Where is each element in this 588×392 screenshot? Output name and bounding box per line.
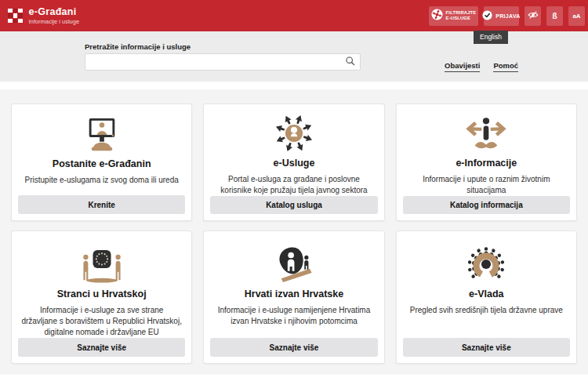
- cards-row-1: Postanite e-Građanin Pristupite e-usluga…: [11, 103, 577, 221]
- card-e-vlada: e-Vlada Pregled svih središnjih tijela d…: [396, 230, 577, 364]
- card-description: Pregled svih središnjih tijela državne u…: [407, 305, 566, 338]
- checkerboard-logo-icon: [8, 9, 23, 24]
- pinwheel-circle-icon: [431, 9, 443, 23]
- card-title: Stranci u Hrvatskoj: [57, 289, 147, 300]
- search-label: Pretražite informacije i usluge: [85, 42, 191, 51]
- eu-flag-people-icon: [79, 240, 125, 284]
- saznajte-vise-button[interactable]: Saznajte više: [403, 338, 570, 357]
- language-tooltip: English: [474, 31, 508, 44]
- page: e-Građani Informacije i usluge: [0, 0, 588, 392]
- inward-arrows-icon: [273, 113, 315, 153]
- search-box: [85, 53, 361, 71]
- katalog-usluga-button[interactable]: Katalog usluga: [210, 196, 377, 214]
- card-e-informacije: e-Informacije Informacije i upute o razn…: [396, 103, 577, 221]
- search-submit-button[interactable]: [339, 54, 360, 70]
- search-input[interactable]: [85, 54, 339, 70]
- diaspora-person-icon: [272, 240, 316, 284]
- card-title: e-Usluge: [274, 158, 315, 169]
- card-description: Pristupite e-uslugama iz svog doma ili u…: [22, 175, 182, 195]
- monitor-person-icon: [81, 113, 123, 154]
- info-figure-icon: [465, 113, 507, 153]
- app-subtitle: Informacije i usluge: [29, 19, 80, 25]
- dyslexia-font-label: ß: [552, 12, 557, 20]
- quick-links: Obavijesti Pomoć: [445, 61, 518, 72]
- card-hrvati-izvan-hrvatske: Hrvati izvan Hrvatske Informacije i e-us…: [203, 230, 384, 364]
- katalog-informacija-button[interactable]: Katalog informacija: [403, 196, 570, 214]
- search-icon: [345, 56, 355, 68]
- notifications-link[interactable]: Obavijesti: [445, 61, 480, 72]
- contrast-toggle-button[interactable]: [524, 6, 541, 26]
- card-stranci-u-hrvatskoj: Stranci u Hrvatskoj Informacije i e-uslu…: [11, 230, 192, 364]
- card-postanite-e-gradanin: Postanite e-Građanin Pristupite e-usluga…: [11, 103, 192, 221]
- help-link[interactable]: Pomoć: [493, 61, 518, 72]
- filter-eservices-button[interactable]: FILTRIRAJTE E-USLUGE: [429, 6, 478, 26]
- card-title: Hrvati izvan Hrvatske: [245, 289, 343, 300]
- krenite-button[interactable]: Krenite: [18, 195, 185, 214]
- login-button-label: PRIJAVA: [495, 13, 520, 19]
- login-button[interactable]: PRIJAVA: [484, 6, 519, 26]
- card-e-usluge: e-Usluge Portal e-usluga za građane i po…: [203, 103, 384, 221]
- card-description: Informacije i e-usluge namijenjene Hrvat…: [210, 305, 377, 338]
- assembly-icon: [463, 240, 509, 284]
- brand-home-link[interactable]: e-Građani Informacije i usluge: [8, 7, 79, 25]
- cards-grid: Postanite e-Građanin Pristupite e-usluga…: [0, 89, 588, 375]
- card-title: e-Vlada: [469, 289, 503, 300]
- card-description: Informacije i e-usluge za sve strane drž…: [18, 305, 185, 338]
- saznajte-vise-button[interactable]: Saznajte više: [18, 338, 185, 357]
- card-title: Postanite e-Građanin: [53, 159, 151, 170]
- font-size-button[interactable]: aA: [568, 6, 585, 26]
- app-title: e-Građani: [29, 7, 80, 17]
- dyslexia-font-button[interactable]: ß: [546, 6, 563, 26]
- card-description: Portal e-usluga za građane i poslovne ko…: [210, 174, 377, 196]
- header-actions: FILTRIRAJTE E-USLUGE PRIJAVA: [429, 6, 585, 26]
- saznajte-vise-button[interactable]: Saznajte više: [210, 338, 377, 357]
- filter-button-line1: FILTRIRAJTE: [446, 10, 477, 16]
- card-description: Informacije i upute o raznim životnim si…: [403, 174, 570, 196]
- check-circle-icon: [482, 10, 492, 21]
- card-title: e-Informacije: [456, 158, 517, 169]
- font-size-label: aA: [572, 13, 580, 20]
- cards-row-2: Stranci u Hrvatskoj Informacije i e-uslu…: [11, 230, 577, 364]
- header: e-Građani Informacije i usluge: [0, 0, 588, 31]
- filter-button-line2: E-USLUGE: [446, 16, 477, 21]
- eye-slash-icon: [528, 9, 539, 22]
